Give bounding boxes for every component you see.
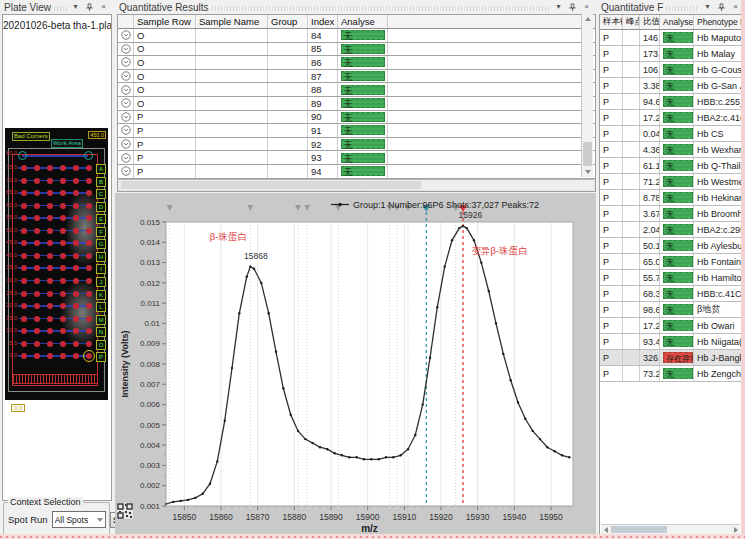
- plate-spot[interactable]: [47, 316, 53, 322]
- phenotype-row[interactable]: P8.78无Hb Hekinan|Hb: [600, 190, 741, 206]
- result-row[interactable]: P93无: [118, 151, 595, 165]
- result-row[interactable]: P91无: [118, 124, 595, 138]
- plate-spot[interactable]: [21, 228, 27, 234]
- plate-spot[interactable]: [34, 178, 40, 184]
- plate-spot[interactable]: [34, 165, 40, 171]
- plate-spot[interactable]: [60, 291, 66, 297]
- plate-spot[interactable]: [60, 165, 66, 171]
- plate-spot[interactable]: [86, 253, 92, 259]
- plate-spot[interactable]: [47, 178, 53, 184]
- plate-spot[interactable]: [21, 165, 27, 171]
- col-index[interactable]: Index: [308, 15, 338, 28]
- close-icon[interactable]: ×: [98, 2, 109, 13]
- plate-spot[interactable]: [60, 341, 66, 347]
- chevron-down-icon[interactable]: ▾: [553, 2, 564, 13]
- chevron-down-icon[interactable]: ▾: [702, 2, 713, 13]
- plate-spot[interactable]: [60, 278, 66, 284]
- result-row[interactable]: O86无: [118, 56, 595, 70]
- phenotype-row[interactable]: P326.17存在异常Hb J-Bangkok: [600, 350, 741, 366]
- scroll-up-arrow[interactable]: [582, 14, 593, 24]
- plate-spot[interactable]: [73, 178, 79, 184]
- result-row[interactable]: O89无: [118, 97, 595, 111]
- pin-icon[interactable]: [716, 2, 727, 13]
- plate-spot[interactable]: [47, 203, 53, 209]
- plate-spot[interactable]: [21, 303, 27, 309]
- phenotype-row[interactable]: P173.84无Hb Malay: [600, 46, 741, 62]
- phenotype-row[interactable]: P146.08无Hb Maputo: [600, 30, 741, 46]
- phenotype-row[interactable]: P55.70无Hb Hamilton: [600, 270, 741, 286]
- phenotype-row[interactable]: P98.66无β地贫: [600, 302, 741, 318]
- phenotype-row[interactable]: P4.36无Hb Wexham(2-: [600, 142, 741, 158]
- phenotype-row[interactable]: P50.13无Hb Aylesbury|H: [600, 238, 741, 254]
- col-ratio[interactable]: 比值: [640, 15, 660, 29]
- spectrum-chart[interactable]: 0.0010.0020.0030.0040.0050.0060.0070.008…: [115, 193, 596, 539]
- col-phenotype-name[interactable]: Phenotype Name: [694, 15, 741, 29]
- plate-spot[interactable]: [73, 165, 79, 171]
- plate-spot[interactable]: [21, 278, 27, 284]
- col-sample-row[interactable]: 样本行: [600, 15, 623, 29]
- plate-spot[interactable]: [86, 278, 92, 284]
- scroll-down-arrow[interactable]: [582, 167, 593, 177]
- plate-spot[interactable]: [73, 341, 79, 347]
- col-sample-row[interactable]: Sample Row: [134, 15, 196, 28]
- pin-icon[interactable]: [567, 2, 578, 13]
- result-row[interactable]: O85无: [118, 43, 595, 57]
- plate-spot[interactable]: [34, 278, 40, 284]
- phenotype-row[interactable]: P68.31无HBB:c.41C>T|H: [600, 286, 741, 302]
- plate-spot[interactable]: [60, 253, 66, 259]
- phenotype-row[interactable]: P2.04无HBA2:c.295T>G: [600, 222, 741, 238]
- plate-spot[interactable]: [34, 316, 40, 322]
- plate-spot[interactable]: [47, 253, 53, 259]
- plate-spot[interactable]: [73, 278, 79, 284]
- results-v-scrollbar[interactable]: [581, 14, 593, 177]
- result-row[interactable]: P94无: [118, 165, 595, 179]
- plate-spot[interactable]: [47, 341, 53, 347]
- plate-spot[interactable]: [34, 291, 40, 297]
- row-expander-icon[interactable]: [118, 111, 134, 124]
- plate-spot[interactable]: [60, 228, 66, 234]
- row-expander-icon[interactable]: [118, 97, 134, 110]
- phenotype-row[interactable]: P94.62无HBB:c.255_264: [600, 94, 741, 110]
- plate-spot[interactable]: [21, 178, 27, 184]
- row-expander-icon[interactable]: [118, 151, 134, 164]
- phenotype-row[interactable]: P71.20无Hb Westmead: [600, 174, 741, 190]
- phenotype-row[interactable]: P17.29无Hb Owari: [600, 318, 741, 334]
- pin-icon[interactable]: [84, 2, 95, 13]
- plate-spot[interactable]: [73, 228, 79, 234]
- phenotype-row[interactable]: P93.48无Hb Niigata(>C): [600, 334, 741, 350]
- plate-spot[interactable]: [73, 203, 79, 209]
- row-expander-icon[interactable]: [118, 165, 134, 178]
- col-peak[interactable]: 峰点: [623, 15, 640, 29]
- scrollbar-thumb[interactable]: [611, 526, 667, 533]
- plate-spot[interactable]: [21, 291, 27, 297]
- plate-spot[interactable]: [60, 178, 66, 184]
- spectrum-chart-svg[interactable]: 0.0010.0020.0030.0040.0050.0060.0070.008…: [115, 193, 596, 539]
- scroll-right-arrow[interactable]: [731, 525, 740, 534]
- phenotype-row[interactable]: P3.67无Hb Broomhill: [600, 206, 741, 222]
- plate-spot[interactable]: [47, 278, 53, 284]
- plate-spot[interactable]: [86, 316, 92, 322]
- phenotype-row[interactable]: P17.29无HBA2:c.41C>T|: [600, 110, 741, 126]
- plate-spot[interactable]: [73, 316, 79, 322]
- row-expander-icon[interactable]: [118, 43, 134, 56]
- close-icon[interactable]: ×: [581, 2, 592, 13]
- plate-spot[interactable]: [60, 316, 66, 322]
- phenotype-row[interactable]: P65.05无Hb Fontaineble: [600, 254, 741, 270]
- plate-image[interactable]: Bad CornersWork Area450.080.075.0A70.0B6…: [5, 128, 108, 400]
- col-analyse[interactable]: Analyse: [660, 15, 694, 29]
- phenotype-row[interactable]: P0.04无Hb CS: [600, 126, 741, 142]
- plate-spot[interactable]: [47, 165, 53, 171]
- plate-spot[interactable]: [86, 341, 92, 347]
- plate-spot[interactable]: [34, 228, 40, 234]
- col-analyse[interactable]: Analyse: [338, 15, 388, 28]
- plate-spot[interactable]: [86, 228, 92, 234]
- row-expander-icon[interactable]: [118, 70, 134, 83]
- plate-spot[interactable]: [73, 253, 79, 259]
- chevron-down-icon[interactable]: ▾: [70, 2, 81, 13]
- result-row[interactable]: P90无: [118, 111, 595, 125]
- plate-spot[interactable]: [34, 253, 40, 259]
- plate-spot[interactable]: [47, 303, 53, 309]
- plate-spot[interactable]: [34, 303, 40, 309]
- phenotype-row[interactable]: P3.38无Hb G-San José: [600, 78, 741, 94]
- row-expander-icon[interactable]: [118, 138, 134, 151]
